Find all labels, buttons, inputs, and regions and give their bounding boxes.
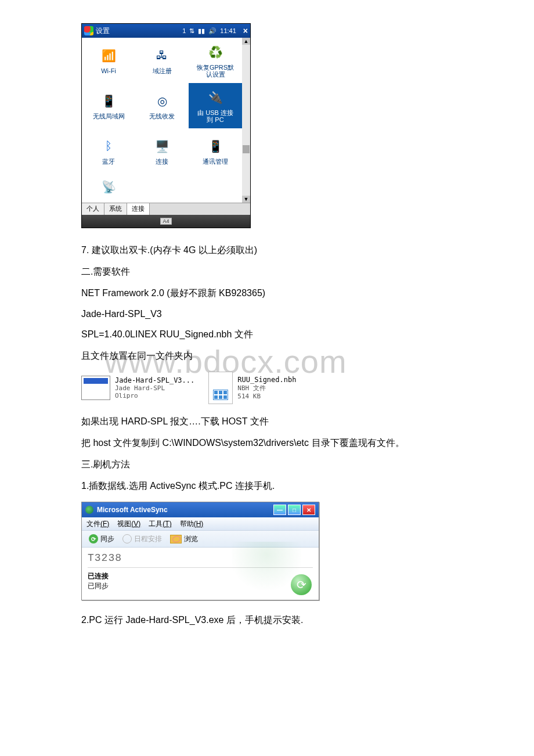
wm-item-bluetooth[interactable]: ᛒ 蓝牙 <box>82 128 135 174</box>
wm-settings-screenshot: 设置 1 ⇅ ▮▮ 🔊 11:41 × 📶 Wi-Fi 🖧 域注册 <box>81 23 251 228</box>
gprs-icon: ♻️ <box>206 43 225 62</box>
menu-view[interactable]: 视图(V) <box>117 519 140 529</box>
menu-help[interactable]: 帮助(H) <box>180 519 204 529</box>
device-name: T3238 <box>88 552 313 564</box>
big-sync-icon: ⟳ <box>291 574 312 595</box>
activesync-title: Microsoft ActiveSync <box>97 506 168 514</box>
folder-icon <box>170 535 182 543</box>
domain-icon: 🖧 <box>153 46 171 65</box>
wm-item-extra[interactable]: 📡 <box>82 174 135 203</box>
activesync-menubar: 文件(F) 视图(V) 工具(T) 帮助(H) <box>82 517 319 531</box>
wm-title: 设置 <box>96 26 110 36</box>
activesync-toolbar: ⟳ 同步 日程安排 浏览 <box>82 531 319 548</box>
tab-connections[interactable]: 连接 <box>127 203 150 215</box>
files-row: Jade-Hard-SPL_V3... Jade Hard-SPL Olipro… <box>81 372 453 404</box>
menu-tools[interactable]: 工具(T) <box>149 519 171 529</box>
sync-icon: ⇅ <box>189 27 194 35</box>
wm-tabs: 个人 系统 连接 <box>82 203 250 215</box>
maximize-button[interactable]: □ <box>288 505 301 515</box>
wm-item-wlan[interactable]: 📱 无线局域网 <box>82 83 135 128</box>
wm-item-comm-manager[interactable]: 📱 通讯管理 <box>189 128 242 174</box>
heading-section-2: 二.需要软件 <box>81 266 453 278</box>
wm-item-connections[interactable]: 🖥️ 连接 <box>135 128 189 174</box>
usb-icon: 🔌 <box>206 88 225 107</box>
clock-icon <box>122 534 132 543</box>
keyboard-icon[interactable]: A4 <box>160 218 171 225</box>
start-icon <box>84 26 93 35</box>
status-synced: 已同步 <box>88 581 313 591</box>
divider <box>88 567 313 568</box>
comm-manager-icon: 📱 <box>206 137 225 156</box>
wm-empty-cell <box>189 174 242 203</box>
beam-icon: ◎ <box>153 92 171 110</box>
menu-file[interactable]: 文件(F) <box>86 519 109 529</box>
wm-item-domain[interactable]: 🖧 域注册 <box>135 38 189 83</box>
text-step7: 7. 建议取出双卡.(内存卡 4G 以上必须取出) <box>81 244 453 257</box>
file-nbh[interactable]: RUU_Signed.nbh NBH 文件 514 KB <box>208 372 296 404</box>
minimize-button[interactable]: — <box>273 505 286 515</box>
signal-icon: ▮▮ <box>198 27 205 35</box>
close-icon[interactable]: × <box>243 26 248 35</box>
tab-system[interactable]: 系统 <box>104 203 127 215</box>
wifi-icon: 📶 <box>99 46 118 65</box>
wm-item-gprs[interactable]: ♻️ 恢复GPRS默 认设置 <box>189 38 242 83</box>
tab-personal[interactable]: 个人 <box>82 203 104 215</box>
connections-icon: 🖥️ <box>153 137 171 156</box>
file-exe-desc: Jade Hard-SPL <box>115 384 194 392</box>
activesync-body: T3238 已连接 已同步 ⟳ <box>82 548 319 600</box>
wm-tray: 1 ⇅ ▮▮ 🔊 11:41 × <box>182 26 248 35</box>
wm-item-usb-to-pc[interactable]: 🔌 由 USB 连接 到 PC <box>189 83 242 128</box>
nbh-icon <box>208 372 233 404</box>
text-net-framework: NET Framework 2.0 (最好不跟新 KB928365) <box>81 287 453 300</box>
wm-item-beam[interactable]: ◎ 无线收发 <box>135 83 189 128</box>
wm-scrollbar[interactable]: ▲ ▼ <box>242 38 250 203</box>
text-copy-host: 把 host 文件复制到 C:\WINDOWS\system32\drivers… <box>81 437 453 449</box>
exe-icon <box>81 376 110 400</box>
text-hardspl-error: 如果出现 HARD-SPL 报文….下载 HOST 文件 <box>81 416 453 428</box>
antenna-icon: 📡 <box>99 178 118 196</box>
file-nbh-name: RUU_Signed.nbh <box>237 376 296 384</box>
scroll-thumb[interactable] <box>243 145 250 153</box>
scroll-up-icon[interactable]: ▲ <box>242 38 250 45</box>
status-connected: 已连接 <box>88 571 313 581</box>
file-nbh-type: NBH 文件 <box>237 384 296 393</box>
toolbar-sync[interactable]: ⟳ 同步 <box>86 533 117 545</box>
activesync-icon <box>85 506 93 514</box>
wm-empty-cell <box>135 174 189 203</box>
file-exe-author: Olipro <box>115 392 194 399</box>
text-step-3-1: 1.插数据线.选用 ActiveSync 模式.PC 连接手机. <box>81 480 453 492</box>
speaker-icon: 🔊 <box>208 27 217 35</box>
clock-text: 11:41 <box>220 27 236 34</box>
heading-section-3: 三.刷机方法 <box>81 459 453 471</box>
tray-number: 1 <box>182 27 186 34</box>
activesync-titlebar: Microsoft ActiveSync — □ ✕ <box>82 502 319 517</box>
text-spl: SPL=1.40.0LINEX RUU_Signed.nbh 文件 <box>81 329 453 341</box>
wm-bottombar: A4 <box>82 215 250 228</box>
wm-grid: 📶 Wi-Fi 🖧 域注册 ♻️ 恢复GPRS默 认设置 📱 无线局域网 ◎ <box>82 38 242 203</box>
scroll-down-icon[interactable]: ▼ <box>242 196 250 203</box>
wm-item-wifi[interactable]: 📶 Wi-Fi <box>82 38 135 83</box>
text-step-3-2: 2.PC 运行 Jade-Hard-SPL_V3.exe 后，手机提示安装. <box>81 614 453 627</box>
file-exe[interactable]: Jade-Hard-SPL_V3... Jade Hard-SPL Olipro <box>81 372 194 404</box>
file-exe-name: Jade-Hard-SPL_V3... <box>115 376 194 384</box>
toolbar-schedule: 日程安排 <box>120 533 164 545</box>
text-same-folder: 且文件放置在同一文件夹内 <box>81 350 453 362</box>
sync-icon: ⟳ <box>89 534 98 543</box>
wm-titlebar: 设置 1 ⇅ ▮▮ 🔊 11:41 × <box>82 24 250 38</box>
text-jade: Jade-Hard-SPL_V3 <box>81 309 453 319</box>
bluetooth-icon: ᛒ <box>99 137 118 156</box>
wlan-icon: 📱 <box>99 92 118 110</box>
toolbar-browse[interactable]: 浏览 <box>168 533 200 545</box>
activesync-window: Microsoft ActiveSync — □ ✕ 文件(F) 视图(V) 工… <box>81 502 319 600</box>
file-nbh-size: 514 KB <box>237 393 296 400</box>
close-button[interactable]: ✕ <box>302 505 315 515</box>
